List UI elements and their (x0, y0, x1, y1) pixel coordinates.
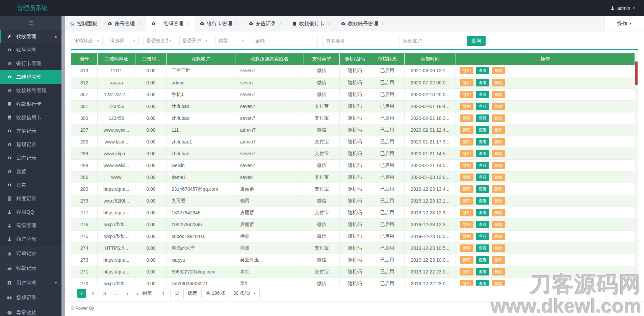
filter-select-please-select[interactable]: 请选择▼ (107, 36, 139, 46)
sidebar-item-order-records[interactable]: 订单记录 (0, 246, 61, 261)
sidebar-item-agency-mgmt[interactable]: 代收管理▲ (0, 30, 61, 43)
view-button[interactable]: 查看 (476, 114, 489, 122)
disable-button[interactable]: 禁用 (460, 209, 473, 216)
sidebar-item-announcements[interactable]: 公告 (0, 178, 61, 192)
filter-select-type[interactable]: 类型▼ (215, 36, 247, 46)
filter-input-amount[interactable] (252, 36, 318, 46)
filter-input-real-name[interactable] (322, 36, 395, 46)
tab-collection-account-mgmt[interactable]: 收款账号管理× (336, 16, 389, 31)
sidebar-item-collection-bankcard[interactable]: 收款银行卡 (0, 97, 61, 111)
tab-collection-bankcard[interactable]: 收款银行卡× (287, 16, 336, 31)
disable-button[interactable]: 禁用 (460, 162, 473, 169)
delete-button[interactable]: 删除 (492, 162, 505, 169)
tab-bankcard-mgmt[interactable]: 银行卡管理× (195, 16, 243, 31)
delete-button[interactable]: 删除 (492, 114, 505, 122)
delete-button[interactable]: 删除 (492, 268, 505, 275)
view-button[interactable]: 查看 (476, 138, 489, 146)
filter-select-is-opened[interactable]: 是否开户:▼ (179, 36, 211, 46)
view-button[interactable]: 查看 (476, 162, 489, 169)
sidebar-item-collection-account-mgmt[interactable]: 收款账号管理 (0, 84, 61, 97)
sidebar-item-abnormal-collection[interactable]: 异常收款 (0, 305, 61, 316)
disable-button[interactable]: 禁用 (460, 185, 473, 193)
sidebar-item-level-mgmt[interactable]: 等级管理 (0, 219, 61, 232)
delete-button[interactable]: 删除 (492, 103, 505, 110)
view-button[interactable]: 查看 (476, 79, 489, 86)
tab-account-mgmt[interactable]: 账号管理× (102, 16, 146, 31)
view-button[interactable]: 查看 (476, 67, 489, 74)
disable-button[interactable]: 禁用 (460, 126, 473, 134)
view-button[interactable]: 查看 (476, 150, 489, 157)
close-icon[interactable]: × (279, 21, 282, 26)
view-button[interactable]: 查看 (476, 185, 489, 193)
delete-button[interactable]: 删除 (492, 221, 505, 228)
delete-button[interactable]: 删除 (492, 185, 505, 193)
delete-button[interactable]: 删除 (492, 209, 505, 216)
view-button[interactable]: 查看 (476, 91, 489, 98)
sidebar-item-collection-creditcard[interactable]: 收款信用卡 (0, 111, 61, 124)
sidebar-item-collection-records[interactable]: 收款记录 (0, 261, 61, 275)
tab-recharge-records[interactable]: 充值记录× (243, 16, 287, 31)
table-scrollbar-thumb[interactable] (635, 61, 638, 85)
delete-button[interactable]: 删除 (492, 79, 505, 86)
disable-button[interactable]: 禁用 (460, 280, 473, 286)
view-button[interactable]: 查看 (476, 256, 489, 264)
sidebar-scrollbar[interactable] (61, 16, 65, 316)
view-button[interactable]: 查看 (476, 244, 489, 252)
delete-button[interactable]: 删除 (492, 126, 505, 134)
search-button[interactable]: 查询 (467, 36, 486, 46)
view-button[interactable]: 查看 (476, 268, 489, 275)
close-icon[interactable]: × (187, 21, 189, 26)
delete-button[interactable]: 删除 (492, 233, 505, 240)
table-scrollbar[interactable] (635, 50, 638, 286)
disable-button[interactable]: 禁用 (460, 244, 473, 252)
delete-button[interactable]: 删除 (492, 150, 505, 157)
disable-button[interactable]: 禁用 (460, 233, 473, 240)
disable-button[interactable]: 禁用 (460, 150, 473, 157)
sidebar-item-qrcode-mgmt[interactable]: 二维码管理 (0, 70, 61, 84)
sidebar-item-withdraw-records-2[interactable]: 提现记录 (0, 290, 61, 305)
delete-button[interactable]: 删除 (492, 138, 505, 146)
disable-button[interactable]: 禁用 (460, 67, 473, 74)
disable-button[interactable]: 禁用 (460, 103, 473, 110)
sidebar-item-recharge-records[interactable]: 充值记录 (0, 124, 61, 138)
delete-button[interactable]: 删除 (492, 67, 505, 74)
next-page-button[interactable]: › (136, 290, 138, 297)
sidebar-item-merchant-assign[interactable]: 商户分配 (0, 232, 61, 246)
disable-button[interactable]: 禁用 (460, 91, 473, 98)
sidebar-item-user-mgmt[interactable]: 用户管理▼ (0, 275, 61, 290)
disable-button[interactable]: 禁用 (460, 79, 473, 86)
page-button-3[interactable]: 3 (100, 289, 109, 298)
view-button[interactable]: 查看 (476, 233, 489, 240)
sidebar-item-withdraw-records[interactable]: 提现记录 (0, 138, 61, 151)
disable-button[interactable]: 禁用 (460, 221, 473, 228)
view-button[interactable]: 查看 (476, 221, 489, 228)
view-button[interactable]: 查看 (476, 174, 489, 181)
close-icon[interactable]: × (328, 21, 331, 26)
tab-dashboard[interactable]: 控制面板 (65, 16, 102, 31)
prev-page-button[interactable]: ‹ (71, 290, 73, 297)
page-size-select[interactable]: 30 条/页 ▼ (230, 289, 259, 298)
delete-button[interactable]: 删除 (492, 244, 505, 252)
delete-button[interactable]: 删除 (492, 197, 505, 205)
view-button[interactable]: 查看 (476, 126, 489, 134)
actions-dropdown[interactable]: 操作 ▼ (604, 16, 644, 31)
filter-input-collection-account[interactable] (400, 36, 462, 46)
sidebar-item-log-records[interactable]: 日志记录 (0, 151, 61, 165)
view-button[interactable]: 查看 (476, 209, 489, 216)
view-button[interactable]: 查看 (476, 280, 489, 286)
filter-select-is-occupied[interactable]: 是否被占用▼ (143, 36, 175, 46)
close-icon[interactable]: × (138, 21, 141, 26)
sidebar-item-account-mgmt[interactable]: 账号管理 (0, 43, 61, 57)
jump-page-input[interactable] (156, 289, 171, 298)
delete-button[interactable]: 删除 (492, 280, 505, 286)
sidebar-item-account-change-records[interactable]: 账变记录 (0, 192, 61, 205)
sidebar-item-bankcard-mgmt[interactable]: 银行卡管理 (0, 57, 61, 70)
filter-select-audit-status[interactable]: 审核状态▼ (71, 36, 103, 46)
disable-button[interactable]: 禁用 (460, 197, 473, 205)
view-button[interactable]: 查看 (476, 197, 489, 205)
delete-button[interactable]: 删除 (492, 256, 505, 264)
disable-button[interactable]: 禁用 (460, 138, 473, 146)
delete-button[interactable]: 删除 (492, 174, 505, 181)
disable-button[interactable]: 禁用 (460, 114, 473, 122)
page-button-1[interactable]: 1 (77, 289, 86, 298)
